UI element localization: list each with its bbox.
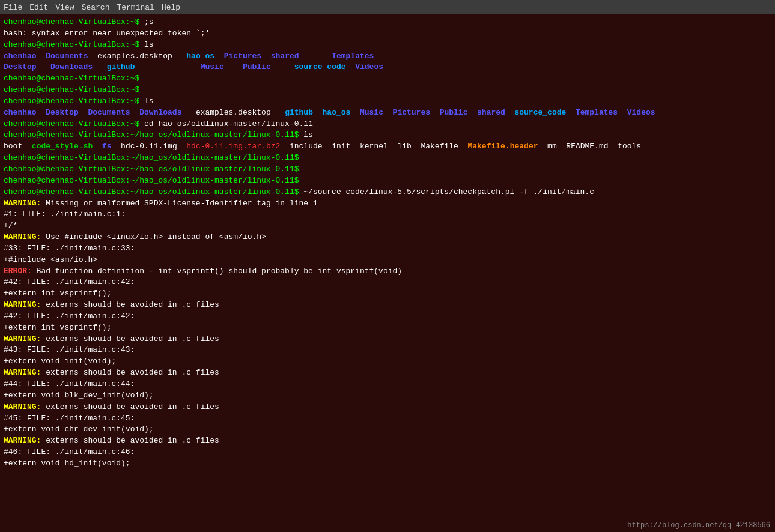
line-37: WARNING: externs should be avoided in .c…	[4, 367, 771, 379]
menu-terminal[interactable]: Terminal	[117, 3, 154, 12]
line-13: chenhao@chenhao-VirtualBox:~/hao_os/oldl…	[4, 153, 771, 164]
line-6: chenhao@chenhao-VirtualBox:~$	[4, 73, 771, 85]
menu-file[interactable]: File	[4, 3, 22, 12]
line-12: boot code_style.sh fs hdc-0.11.img hdc-0…	[4, 141, 771, 153]
url-label: https://blog.csdn.net/qq_42138566	[627, 521, 770, 530]
menu-search[interactable]: Search	[82, 3, 110, 12]
line-29: WARNING: externs should be avoided in .c…	[4, 300, 771, 311]
line-38: #44: FILE: ./init/main.c:44:	[4, 379, 771, 390]
line-30: #42: FILE: ./init/main.c:42:	[4, 311, 771, 322]
line-31: +extern int vsprintf();	[4, 322, 771, 334]
line-8: chenhao@chenhao-VirtualBox:~$ ls	[4, 96, 771, 107]
line-47: +extern void hd_init(void);	[4, 458, 771, 470]
line-18: #1: FILE: ./init/main.c:1:	[4, 209, 771, 220]
line-3: chenhao@chenhao-VirtualBox:~$ ls	[4, 40, 771, 51]
menu-edit[interactable]: Edit	[29, 3, 48, 12]
line-45: WARNING: externs should be avoided in .c…	[4, 435, 771, 447]
line-23: +#include <asm/io.h>	[4, 255, 771, 266]
menu-view[interactable]: View	[55, 3, 74, 12]
line-1: chenhao@chenhao-VirtualBox:~$ ;s	[4, 17, 771, 28]
line-19: +/*	[4, 220, 771, 232]
line-35: +extern void init(void);	[4, 356, 771, 367]
line-26: #42: FILE: ./init/main.c:42:	[4, 277, 771, 288]
line-10: chenhao@chenhao-VirtualBox:~$ cd hao_os/…	[4, 119, 771, 130]
line-22: #33: FILE: ./init/main.c:33:	[4, 243, 771, 255]
menu-help[interactable]: Help	[162, 3, 180, 12]
line-34: #43: FILE: ./init/main.c:43:	[4, 345, 771, 356]
line-5: Desktop Downloads github Music Public so…	[4, 62, 771, 73]
line-16: chenhao@chenhao-VirtualBox:~/hao_os/oldl…	[4, 187, 771, 198]
menubar: File Edit View Search Terminal Help	[0, 0, 775, 14]
line-41: WARNING: externs should be avoided in .c…	[4, 402, 771, 413]
terminal-body: chenhao@chenhao-VirtualBox:~$ ;s bash: s…	[0, 14, 775, 532]
line-2: bash: syntax error near unexpected token…	[4, 28, 771, 40]
line-21: WARNING: Use #include <linux/io.h> inste…	[4, 232, 771, 243]
line-14: chenhao@chenhao-VirtualBox:~/hao_os/oldl…	[4, 164, 771, 175]
line-4: chenhao Documents examples.desktop hao_o…	[4, 51, 771, 62]
line-43: +extern void chr_dev_init(void);	[4, 424, 771, 435]
line-46: #46: FILE: ./init/main.c:46:	[4, 447, 771, 458]
line-42: #45: FILE: ./init/main.c:45:	[4, 413, 771, 425]
line-27: +extern int vsprintf();	[4, 288, 771, 300]
line-33: WARNING: externs should be avoided in .c…	[4, 334, 771, 345]
line-9: chenhao Desktop Documents Downloads exam…	[4, 107, 771, 119]
line-11: chenhao@chenhao-VirtualBox:~/hao_os/oldl…	[4, 130, 771, 141]
line-25: ERROR: Bad function definition - int vsp…	[4, 266, 771, 277]
line-17: WARNING: Missing or malformed SPDX-Licen…	[4, 198, 771, 210]
line-15: chenhao@chenhao-VirtualBox:~/hao_os/oldl…	[4, 175, 771, 187]
line-39: +extern void blk_dev_init(void);	[4, 390, 771, 402]
line-7: chenhao@chenhao-VirtualBox:~$	[4, 85, 771, 96]
